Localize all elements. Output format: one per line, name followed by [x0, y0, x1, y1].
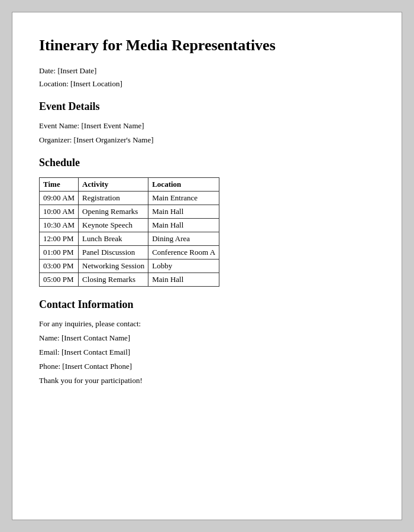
table-row: 12:00 PMLunch BreakDining Area [40, 232, 219, 246]
contact-intro: For any inquiries, please contact: [39, 319, 375, 329]
col-header-time: Time [40, 178, 79, 192]
cell-activity: Registration [79, 192, 148, 205]
cell-activity: Panel Discussion [79, 246, 148, 259]
cell-location: Main Entrance [148, 192, 219, 205]
organizer-field: Organizer: [Insert Organizer's Name] [39, 135, 375, 145]
table-row: 10:00 AMOpening RemarksMain Hall [40, 205, 219, 219]
cell-time: 12:00 PM [40, 232, 79, 246]
schedule-table: Time Activity Location 09:00 AMRegistrat… [39, 177, 219, 287]
schedule-heading: Schedule [39, 157, 375, 169]
cell-time: 05:00 PM [40, 273, 79, 287]
date-field: Date: [Insert Date] [39, 66, 375, 76]
event-details-heading: Event Details [39, 100, 375, 113]
cell-time: 10:30 AM [40, 219, 79, 232]
cell-time: 03:00 PM [40, 259, 79, 273]
contact-phone: Phone: [Insert Contact Phone] [39, 362, 375, 371]
contact-email: Email: [Insert Contact Email] [39, 348, 375, 357]
table-header-row: Time Activity Location [40, 178, 219, 192]
table-row: 05:00 PMClosing RemarksMain Hall [40, 273, 219, 287]
cell-time: 01:00 PM [40, 246, 79, 259]
cell-location: Conference Room A [148, 246, 219, 259]
cell-location: Main Hall [148, 273, 219, 287]
table-row: 09:00 AMRegistrationMain Entrance [40, 192, 219, 205]
cell-time: 10:00 AM [40, 205, 79, 219]
cell-location: Dining Area [148, 232, 219, 246]
cell-activity: Opening Remarks [79, 205, 148, 219]
cell-activity: Lunch Break [79, 232, 148, 246]
contact-name: Name: [Insert Contact Name] [39, 333, 375, 343]
table-row: 01:00 PMPanel DiscussionConference Room … [40, 246, 219, 259]
location-field: Location: [Insert Location] [39, 79, 375, 89]
cell-activity: Networking Session [79, 259, 148, 273]
col-header-activity: Activity [79, 178, 148, 192]
cell-location: Main Hall [148, 219, 219, 232]
cell-activity: Closing Remarks [79, 273, 148, 287]
cell-time: 09:00 AM [40, 192, 79, 205]
table-row: 03:00 PMNetworking SessionLobby [40, 259, 219, 273]
document-page: Itinerary for Media Representatives Date… [12, 12, 402, 520]
event-name-field: Event Name: [Insert Event Name] [39, 121, 375, 131]
col-header-location: Location [148, 178, 219, 192]
cell-location: Main Hall [148, 205, 219, 219]
document-title: Itinerary for Media Representatives [39, 36, 375, 54]
cell-activity: Keynote Speech [79, 219, 148, 232]
table-row: 10:30 AMKeynote SpeechMain Hall [40, 219, 219, 232]
contact-heading: Contact Information [39, 299, 375, 311]
thank-you-text: Thank you for your participation! [39, 376, 375, 385]
cell-location: Lobby [148, 259, 219, 273]
